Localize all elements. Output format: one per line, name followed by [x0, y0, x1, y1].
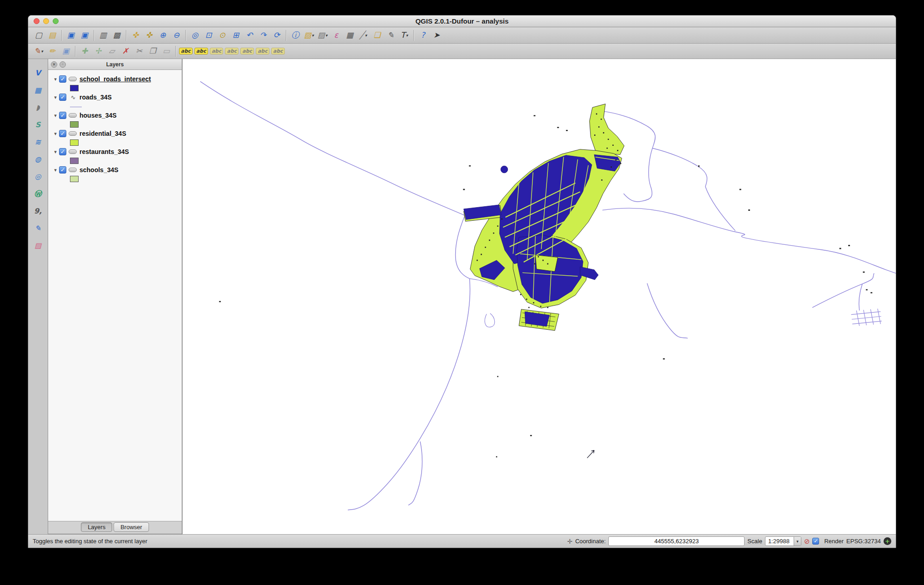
layer-swatch[interactable] — [70, 121, 79, 128]
layer-swatch[interactable] — [70, 176, 79, 182]
layer-checkbox[interactable]: ✓ — [59, 75, 66, 83]
panel-float-button[interactable]: ◦ — [60, 61, 66, 68]
layer-swatch-line[interactable] — [70, 107, 82, 107]
save-project-as-button[interactable]: ▣ — [78, 29, 91, 42]
paste-features-button[interactable]: ▭ — [159, 45, 173, 58]
scale-combo[interactable]: 1:29988 ▾ — [765, 536, 801, 546]
select-by-expression-button[interactable]: ε — [329, 29, 343, 42]
layer-item[interactable]: ▾ ✓ houses_34S — [48, 110, 182, 121]
add-vector-layer-button[interactable]: V — [30, 66, 46, 80]
add-delimited-text-layer-button[interactable]: 9, — [30, 204, 46, 218]
map-tips-button[interactable]: ❏ — [370, 29, 384, 42]
map-canvas[interactable] — [182, 59, 896, 534]
layer-label[interactable]: roads_34S — [79, 94, 112, 101]
composer-manager-button[interactable]: ▩ — [110, 29, 124, 42]
zoom-to-layer-button[interactable]: ⊞ — [229, 29, 243, 42]
node-tool-button[interactable]: ▱ — [105, 45, 119, 58]
identify-features-button[interactable]: ⓘ — [288, 29, 302, 42]
delete-selected-button[interactable]: ✗ — [119, 45, 132, 58]
layer-label[interactable]: school_roads_intersect — [79, 75, 151, 83]
help-button[interactable]: ? — [416, 29, 430, 42]
layer-checkbox[interactable]: ✓ — [59, 94, 66, 101]
tab-browser[interactable]: Browser — [114, 522, 149, 532]
text-annotation-button[interactable]: T▾ — [397, 29, 411, 42]
select-features-button[interactable]: ▧▾ — [302, 29, 316, 42]
cut-features-button[interactable]: ✂ — [132, 45, 146, 58]
current-edits-button[interactable]: ✎▾ — [32, 45, 45, 58]
copy-features-button[interactable]: ❐ — [146, 45, 159, 58]
layer-checkbox[interactable]: ✓ — [59, 112, 66, 119]
layer-item[interactable]: ▾ ✓ restaurants_34S — [48, 146, 182, 157]
render-checkbox[interactable]: ✓ — [812, 538, 819, 545]
add-feature-button[interactable]: ✚ — [78, 45, 91, 58]
label-move-button[interactable]: abc — [239, 45, 255, 58]
pan-to-selection-button[interactable]: ✜ — [142, 29, 156, 42]
move-feature-button[interactable]: ✢ — [91, 45, 105, 58]
annotation-button[interactable]: ✎ — [384, 29, 397, 42]
label-settings-button[interactable]: abc — [194, 45, 209, 58]
remove-layer-button[interactable]: ▨ — [30, 239, 46, 253]
expander-icon[interactable]: ▾ — [52, 131, 59, 137]
new-print-composer-button[interactable]: ▥ — [96, 29, 110, 42]
label-rotate-button[interactable]: abc — [255, 45, 270, 58]
tab-layers[interactable]: Layers — [81, 522, 112, 532]
layer-checkbox[interactable]: ✓ — [59, 148, 66, 155]
layer-checkbox[interactable]: ✓ — [59, 166, 66, 174]
label-pin-button[interactable]: abc — [209, 45, 224, 58]
add-spatialite-layer-button[interactable]: S — [30, 118, 46, 132]
whats-this-button[interactable]: ➤ — [430, 29, 443, 42]
coordinate-input[interactable] — [608, 536, 745, 546]
layer-label[interactable]: restaurants_34S — [79, 148, 129, 155]
zoom-window-button[interactable] — [53, 18, 59, 24]
expander-icon[interactable]: ▾ — [52, 113, 59, 119]
layer-labeling-button[interactable]: abc — [178, 45, 194, 58]
new-shapefile-layer-button[interactable]: ✎ — [30, 222, 46, 235]
minimize-window-button[interactable] — [43, 18, 49, 24]
mouse-position-icon[interactable]: ✛ — [567, 538, 572, 545]
panel-close-button[interactable]: ✕ — [51, 61, 57, 68]
add-wcs-layer-button[interactable]: ◎ — [30, 170, 46, 183]
layer-item[interactable]: ▾ ✓ residential_34S — [48, 128, 182, 139]
refresh-map-button[interactable]: ⟳ — [270, 29, 283, 42]
label-show-hide-button[interactable]: abc — [224, 45, 239, 58]
zoom-last-button[interactable]: ↶ — [243, 29, 256, 42]
add-wfs-layer-button[interactable]: Ⓦ — [30, 187, 46, 201]
zoom-in-button[interactable]: ⊕ — [156, 29, 169, 42]
measure-button[interactable]: ╱▾ — [357, 29, 370, 42]
label-properties-button[interactable]: abc — [270, 45, 286, 58]
open-project-button[interactable]: ▤ — [45, 29, 59, 42]
pan-map-button[interactable]: ✜ — [129, 29, 142, 42]
layer-item[interactable]: ▾ ✓ school_roads_intersect — [48, 74, 182, 84]
deselect-features-button[interactable]: ▨▾ — [316, 29, 329, 42]
layer-checkbox[interactable]: ✓ — [59, 130, 66, 137]
add-raster-layer-button[interactable]: ▦ — [30, 84, 46, 97]
layer-label[interactable]: schools_34S — [79, 166, 119, 174]
zoom-full-button[interactable]: ⊡ — [202, 29, 215, 42]
stop-render-icon[interactable]: ⊘ — [804, 537, 810, 545]
layer-item[interactable]: ▾ ✓ schools_34S — [48, 164, 182, 175]
new-project-button[interactable]: ▢ — [32, 29, 45, 42]
save-layer-edits-button[interactable]: ▣ — [59, 45, 73, 58]
add-postgis-layer-button[interactable]: ◗ — [30, 101, 46, 114]
zoom-to-selection-button[interactable]: ⊙ — [215, 29, 229, 42]
expander-icon[interactable]: ▾ — [52, 167, 59, 173]
titlebar[interactable]: QGIS 2.0.1-Dufour – analysis — [28, 15, 896, 27]
layer-swatch[interactable] — [70, 85, 79, 91]
expander-icon[interactable]: ▾ — [52, 94, 59, 100]
layer-swatch[interactable] — [70, 139, 79, 146]
save-project-button[interactable]: ▣ — [64, 29, 78, 42]
add-mssql-layer-button[interactable]: ≋ — [30, 135, 46, 149]
layer-label[interactable]: houses_34S — [79, 112, 117, 119]
attribute-table-button[interactable]: ▦ — [343, 29, 357, 42]
crs-status-button[interactable]: + — [884, 537, 891, 545]
expander-icon[interactable]: ▾ — [52, 76, 59, 82]
layer-swatch[interactable] — [70, 158, 79, 164]
add-wms-layer-button[interactable]: ◍ — [30, 153, 46, 166]
zoom-out-button[interactable]: ⊖ — [169, 29, 183, 42]
toggle-editing-button[interactable]: ✏ — [45, 45, 59, 58]
zoom-native-button[interactable]: ◎ — [188, 29, 202, 42]
scale-dropdown-icon[interactable]: ▾ — [794, 537, 801, 545]
close-window-button[interactable] — [34, 18, 40, 24]
zoom-next-button[interactable]: ↷ — [256, 29, 270, 42]
layer-item[interactable]: ▾ ✓ ∿ roads_34S — [48, 92, 182, 103]
